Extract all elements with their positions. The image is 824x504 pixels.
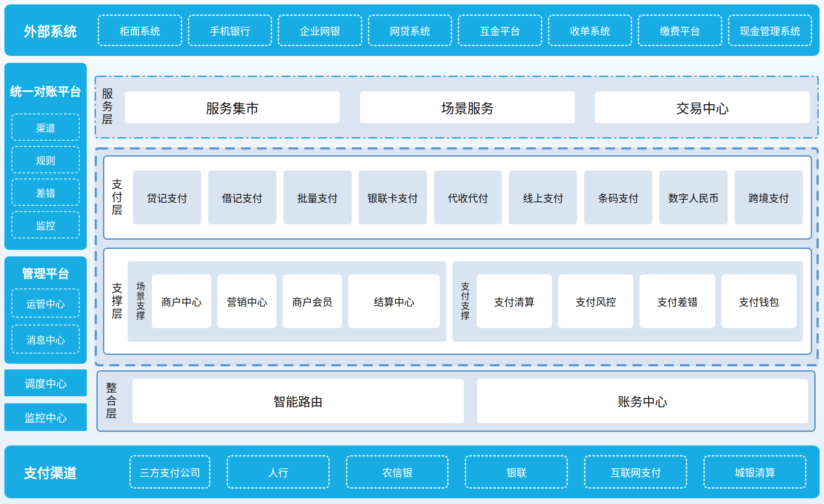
payment-channel-item: 城银清算 <box>703 455 806 489</box>
payment-channel-item: 银联 <box>465 455 568 489</box>
integration-layer-items: 智能路由 账务中心 <box>132 379 808 423</box>
payment-channel-item: 三方支付公司 <box>129 455 210 489</box>
core-layers-wrapper: 支付层 贷记支付 借记支付 批量支付 银联卡支付 代收代付 线上支付 条码支付 … <box>95 147 819 366</box>
scenario-support-item: 结算中心 <box>348 274 440 328</box>
service-item: 场景服务 <box>360 91 575 123</box>
reconciliation-platform-title: 统一对账平台 <box>4 82 87 99</box>
payment-channel-item: 人行 <box>227 455 330 489</box>
payment-support-item: 支付差错 <box>640 274 715 328</box>
payment-layer-label: 支付层 <box>110 179 121 217</box>
payment-channel-item: 互联网支付 <box>584 455 687 489</box>
payment-channels-banner: 支付渠道 三方支付公司 人行 农信银 银联 互联网支付 城银清算 <box>4 446 820 498</box>
payment-item: 借记支付 <box>208 171 276 224</box>
payment-support-item: 支付清算 <box>477 274 552 328</box>
payment-item: 银联卡支付 <box>359 171 427 224</box>
external-system-item: 网贷系统 <box>368 15 452 46</box>
monitoring-center-block: 监控中心 <box>4 403 87 431</box>
integration-layer: 整合层 智能路由 账务中心 <box>96 370 816 432</box>
external-system-item: 收单系统 <box>548 15 633 46</box>
scenario-support-item: 商户中心 <box>152 274 211 328</box>
payment-item: 条码支付 <box>584 171 652 224</box>
management-platform-items: 运管中心 消息中心 <box>4 289 87 354</box>
scenario-support-item: 商户会员 <box>283 274 342 328</box>
payment-support-items: 支付清算 支付风控 支付差错 支付钱包 <box>477 274 797 328</box>
external-system-item: 手机银行 <box>188 15 272 46</box>
reconciliation-item: 渠道 <box>11 113 80 141</box>
support-layer-label: 支撑层 <box>110 282 121 321</box>
payment-item: 数字人民币 <box>659 171 728 224</box>
payment-channels-items: 三方支付公司 人行 农信银 银联 互联网支付 城银清算 <box>129 455 806 489</box>
payment-item: 跨境支付 <box>735 171 803 224</box>
payment-support-group: 支付支撑 支付清算 支付风控 支付差错 支付钱包 <box>452 261 803 342</box>
payment-item: 贷记支付 <box>133 171 201 224</box>
reconciliation-item: 规则 <box>11 146 80 173</box>
management-item: 消息中心 <box>11 325 80 354</box>
payment-item: 代收代付 <box>434 171 502 224</box>
payment-support-item: 支付钱包 <box>721 274 797 328</box>
reconciliation-platform-items: 渠道 规则 差错 监控 <box>4 113 87 238</box>
service-layer-items: 服务集市 场景服务 交易中心 <box>125 91 810 123</box>
service-layer: 服务层 服务集市 场景服务 交易中心 <box>95 76 819 139</box>
external-systems-banner: 外部系统 柜面系统 手机银行 企业网银 网贷系统 互金平台 收单系统 缴费平台 … <box>4 4 820 56</box>
payment-support-label: 支付支撑 <box>460 282 470 321</box>
payment-item: 批量支付 <box>283 171 352 224</box>
scenario-support-item: 营销中心 <box>217 274 277 328</box>
reconciliation-item: 监控 <box>11 211 80 238</box>
service-item: 服务集市 <box>125 91 340 123</box>
external-systems-items: 柜面系统 手机银行 企业网银 网贷系统 互金平台 收单系统 缴费平台 现金管理系… <box>98 15 812 46</box>
payment-channel-item: 农信银 <box>346 455 449 489</box>
service-item: 交易中心 <box>595 91 810 123</box>
external-systems-title: 外部系统 <box>24 21 77 40</box>
integration-item: 智能路由 <box>132 379 464 423</box>
management-platform-title: 管理平台 <box>4 264 87 281</box>
scenario-support-label: 场景支撑 <box>135 282 145 321</box>
payment-layer: 支付层 贷记支付 借记支付 批量支付 银联卡支付 代收代付 线上支付 条码支付 … <box>103 155 812 240</box>
payment-layer-items: 贷记支付 借记支付 批量支付 银联卡支付 代收代付 线上支付 条码支付 数字人民… <box>133 171 803 224</box>
scenario-support-items: 商户中心 营销中心 商户会员 结算中心 <box>152 274 440 328</box>
external-system-item: 缴费平台 <box>638 15 722 46</box>
dispatch-center-block: 调度中心 <box>4 369 87 396</box>
reconciliation-item: 差错 <box>11 179 80 206</box>
external-system-item: 柜面系统 <box>98 15 182 46</box>
payment-item: 线上支付 <box>509 171 577 224</box>
integration-layer-label: 整合层 <box>105 382 116 420</box>
support-layer: 支撑层 场景支撑 商户中心 营销中心 商户会员 结算中心 支付支撑 支付清算 支… <box>103 248 812 355</box>
management-platform-panel: 管理平台 运管中心 消息中心 <box>4 256 87 364</box>
external-system-item: 互金平台 <box>458 15 542 46</box>
integration-item: 账务中心 <box>477 379 809 423</box>
reconciliation-platform-panel: 统一对账平台 渠道 规则 差错 监控 <box>4 63 87 250</box>
external-system-item: 企业网银 <box>278 15 362 46</box>
scenario-support-group: 场景支撑 商户中心 营销中心 商户会员 结算中心 <box>128 261 446 342</box>
service-layer-label: 服务层 <box>101 88 112 126</box>
payment-support-item: 支付风控 <box>558 274 633 328</box>
external-system-item: 现金管理系统 <box>728 15 813 46</box>
management-item: 运管中心 <box>11 289 80 318</box>
payment-channels-title: 支付渠道 <box>24 462 77 482</box>
